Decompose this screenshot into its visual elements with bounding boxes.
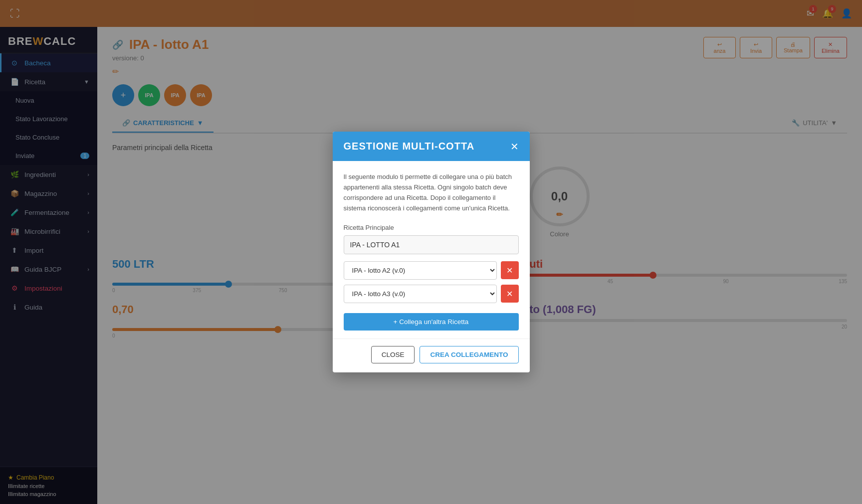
add-recipe-button[interactable]: + Collega un'altra Ricetta xyxy=(344,313,519,331)
crea-collegamento-button[interactable]: CREA COLLEGAMENTO xyxy=(420,346,518,363)
ricetta-principale-input[interactable] xyxy=(344,235,519,254)
modal-header: GESTIONE MULTI-COTTA ✕ xyxy=(333,132,530,161)
modal-description: Il seguente modulo ti permette di colleg… xyxy=(344,172,519,213)
content-area: ↩ anza ↩ Invia 🖨 Stampa ✕ Elimina xyxy=(97,27,862,504)
modal-overlay: GESTIONE MULTI-COTTA ✕ Il seguente modul… xyxy=(97,27,862,504)
linked-recipe-1-select[interactable]: IPA - lotto A2 (v.0) xyxy=(344,261,497,280)
linked-recipe-2-row: IPA - lotto A3 (v.0) ✕ xyxy=(344,285,519,303)
delete-linked-recipe-2-button[interactable]: ✕ xyxy=(501,285,519,303)
modal-title: GESTIONE MULTI-COTTA xyxy=(344,141,475,152)
linked-recipe-2-select[interactable]: IPA - lotto A3 (v.0) xyxy=(344,285,497,303)
modal-body: Il seguente modulo ti permette di colleg… xyxy=(333,161,530,338)
modal-gestione-multi-cotta: GESTIONE MULTI-COTTA ✕ Il seguente modul… xyxy=(333,132,530,372)
modal-close-x-button[interactable]: ✕ xyxy=(510,142,519,152)
modal-footer: CLOSE CREA COLLEGAMENTO xyxy=(333,338,530,372)
ricetta-principale-label: Ricetta Principale xyxy=(344,224,519,231)
linked-recipe-1-row: IPA - lotto A2 (v.0) ✕ xyxy=(344,261,519,280)
close-button[interactable]: CLOSE xyxy=(371,346,415,363)
delete-linked-recipe-1-button[interactable]: ✕ xyxy=(501,261,519,279)
